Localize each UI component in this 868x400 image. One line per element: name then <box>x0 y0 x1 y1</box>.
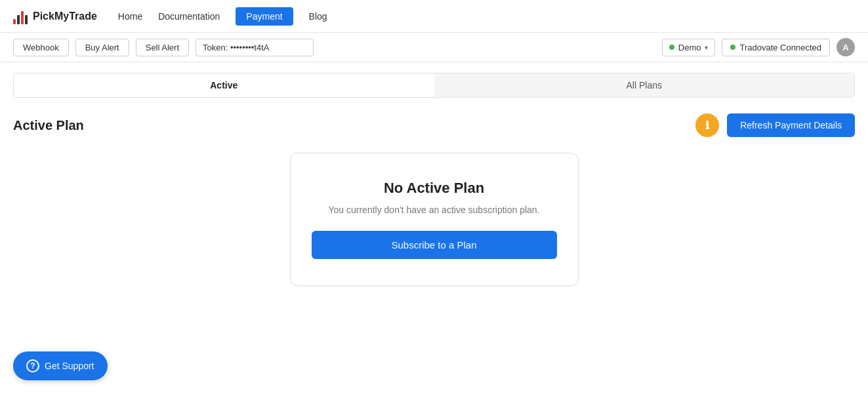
no-plan-card: No Active Plan You currently don't have … <box>290 153 579 286</box>
tradovate-dot <box>730 45 735 50</box>
top-nav: PickMyTrade Home Documentation Payment B… <box>0 0 868 33</box>
logo-bar-4 <box>25 15 28 24</box>
connection-dot <box>669 45 674 50</box>
nav-docs[interactable]: Documentation <box>158 11 220 22</box>
active-plan-title: Active Plan <box>13 118 84 133</box>
logo-bar-1 <box>13 19 16 24</box>
tradovate-badge: Tradovate Connected <box>722 39 830 56</box>
logo-text: PickMyTrade <box>33 10 97 22</box>
nav-blog[interactable]: Blog <box>309 11 327 22</box>
info-button[interactable]: ℹ <box>695 113 719 137</box>
nav-home[interactable]: Home <box>118 11 142 22</box>
token-input[interactable] <box>196 39 314 56</box>
sub-toolbar: Webhook Buy Alert Sell Alert Demo ▾ Trad… <box>0 33 868 62</box>
no-plan-title: No Active Plan <box>312 180 557 197</box>
tab-all-plans[interactable]: All Plans <box>434 73 855 97</box>
chevron-down-icon: ▾ <box>705 44 708 51</box>
demo-label: Demo <box>678 43 701 52</box>
active-plan-header: Active Plan ℹ Refresh Payment Details <box>13 113 855 137</box>
logo-bar-3 <box>21 11 24 24</box>
tab-active[interactable]: Active <box>14 73 434 97</box>
webhook-button[interactable]: Webhook <box>13 39 69 56</box>
demo-dropdown[interactable]: Demo ▾ <box>662 39 716 56</box>
main-content: Active Plan ℹ Refresh Payment Details No… <box>0 98 868 302</box>
logo[interactable]: PickMyTrade <box>13 9 97 24</box>
subscribe-button[interactable]: Subscribe to a Plan <box>312 231 557 259</box>
nav-payment[interactable]: Payment <box>236 7 293 26</box>
tradovate-label: Tradovate Connected <box>739 43 821 52</box>
info-icon: ℹ <box>705 119 709 132</box>
tab-bar: Active All Plans <box>13 73 855 98</box>
refresh-payment-button[interactable]: Refresh Payment Details <box>727 113 855 137</box>
no-plan-description: You currently don't have an active subsc… <box>312 205 557 215</box>
buy-alert-button[interactable]: Buy Alert <box>75 39 129 56</box>
avatar[interactable]: A <box>837 38 855 56</box>
logo-bar-2 <box>17 15 20 24</box>
header-actions: ℹ Refresh Payment Details <box>695 113 855 137</box>
sell-alert-button[interactable]: Sell Alert <box>136 39 189 56</box>
logo-icon <box>13 9 28 24</box>
